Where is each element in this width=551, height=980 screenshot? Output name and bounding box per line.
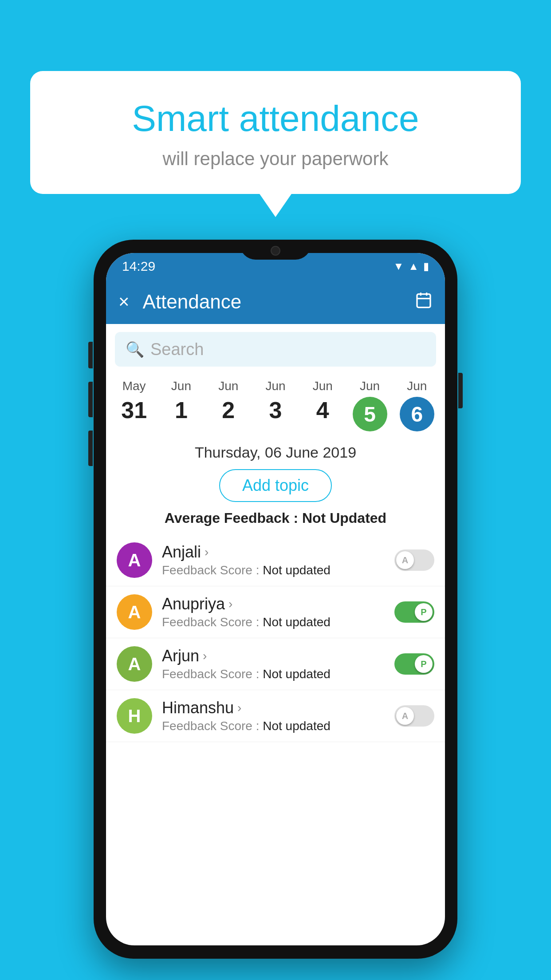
- date-item-1[interactable]: Jun1: [157, 375, 205, 436]
- student-item-1[interactable]: AAnupriya ›Feedback Score : Not updatedP: [106, 586, 445, 638]
- attendance-toggle-0[interactable]: A: [394, 549, 434, 571]
- date-day-0: 31: [121, 397, 147, 423]
- speech-bubble-container: Smart attendance will replace your paper…: [30, 71, 521, 194]
- student-list: AAnjali ›Feedback Score : Not updatedAAA…: [106, 534, 445, 945]
- toggle-knob-0: A: [396, 551, 414, 569]
- chevron-icon: ›: [205, 545, 209, 559]
- date-day-4: 4: [316, 397, 329, 423]
- student-item-0[interactable]: AAnjali ›Feedback Score : Not updatedA: [106, 534, 445, 586]
- student-info-0: Anjali ›Feedback Score : Not updated: [162, 543, 394, 577]
- avg-feedback-value: Not Updated: [302, 510, 386, 526]
- student-avatar-0: A: [117, 542, 152, 578]
- avg-feedback: Average Feedback : Not Updated: [106, 510, 445, 526]
- phone-notch: [240, 240, 311, 260]
- date-day-6: 6: [400, 397, 434, 431]
- search-bar[interactable]: 🔍 Search: [115, 332, 436, 367]
- toggle-knob-3: A: [396, 707, 414, 725]
- date-month-5: Jun: [360, 379, 380, 393]
- date-item-2[interactable]: Jun2: [205, 375, 252, 436]
- wifi-icon: ▼: [393, 260, 404, 273]
- date-item-6[interactable]: Jun6: [394, 375, 441, 436]
- svg-rect-0: [417, 294, 430, 307]
- signal-icon: ▲: [408, 260, 419, 273]
- student-avatar-3: H: [117, 698, 152, 734]
- toolbar-title: Attendance: [143, 291, 415, 313]
- date-month-2: Jun: [218, 379, 238, 393]
- date-month-1: Jun: [171, 379, 191, 393]
- toggle-knob-1: P: [415, 603, 433, 621]
- status-time: 14:29: [122, 259, 155, 274]
- add-topic-button[interactable]: Add topic: [219, 469, 332, 502]
- attendance-toggle-3[interactable]: A: [394, 705, 434, 727]
- bubble-subtitle: will replace your paperwork: [52, 148, 499, 170]
- avg-feedback-label: Average Feedback :: [165, 510, 298, 526]
- date-item-4[interactable]: Jun4: [299, 375, 346, 436]
- status-icons: ▼ ▲ ▮: [393, 260, 429, 273]
- phone-btn-left2: [88, 382, 93, 417]
- search-placeholder: Search: [150, 340, 204, 359]
- phone-btn-right: [458, 373, 463, 408]
- date-month-6: Jun: [407, 379, 427, 393]
- student-item-2[interactable]: AArjun ›Feedback Score : Not updatedP: [106, 638, 445, 690]
- app-toolbar: × Attendance: [106, 280, 445, 324]
- phone-btn-left3: [88, 431, 93, 466]
- toggle-container-0[interactable]: A: [394, 549, 434, 571]
- toggle-container-1[interactable]: P: [394, 601, 434, 623]
- date-month-4: Jun: [313, 379, 333, 393]
- attendance-toggle-2[interactable]: P: [394, 653, 434, 675]
- date-month-0: May: [122, 379, 146, 393]
- chevron-icon: ›: [228, 597, 232, 611]
- date-day-5: 5: [353, 397, 387, 431]
- bubble-title: Smart attendance: [52, 98, 499, 139]
- date-strip: May31Jun1Jun2Jun3Jun4Jun5Jun6: [106, 375, 445, 436]
- phone-camera: [271, 246, 280, 256]
- speech-bubble: Smart attendance will replace your paper…: [30, 71, 521, 194]
- chevron-icon: ›: [237, 701, 241, 715]
- student-feedback-3: Feedback Score : Not updated: [162, 719, 394, 733]
- student-item-3[interactable]: HHimanshu ›Feedback Score : Not updatedA: [106, 690, 445, 742]
- student-name-3: Himanshu ›: [162, 699, 394, 717]
- selected-date-label: Thursday, 06 June 2019: [106, 444, 445, 461]
- phone-frame: 14:29 ▼ ▲ ▮ × Attendance: [94, 240, 457, 959]
- date-day-2: 2: [222, 397, 235, 423]
- search-icon: 🔍: [126, 340, 144, 358]
- toggle-knob-2: P: [415, 655, 433, 673]
- student-avatar-1: A: [117, 594, 152, 630]
- close-button[interactable]: ×: [118, 291, 130, 312]
- attendance-toggle-1[interactable]: P: [394, 601, 434, 623]
- date-item-0[interactable]: May31: [110, 375, 157, 436]
- student-feedback-0: Feedback Score : Not updated: [162, 563, 394, 577]
- calendar-icon[interactable]: [415, 291, 433, 313]
- phone-wrapper: 14:29 ▼ ▲ ▮ × Attendance: [94, 240, 457, 959]
- student-avatar-2: A: [117, 646, 152, 682]
- battery-icon: ▮: [423, 260, 429, 273]
- student-feedback-2: Feedback Score : Not updated: [162, 667, 394, 681]
- date-month-3: Jun: [265, 379, 285, 393]
- date-day-3: 3: [269, 397, 282, 423]
- date-item-5[interactable]: Jun5: [346, 375, 393, 436]
- toggle-container-2[interactable]: P: [394, 653, 434, 675]
- student-info-1: Anupriya ›Feedback Score : Not updated: [162, 595, 394, 629]
- date-day-1: 1: [175, 397, 188, 423]
- student-name-0: Anjali ›: [162, 543, 394, 561]
- student-name-2: Arjun ›: [162, 647, 394, 665]
- date-item-3[interactable]: Jun3: [252, 375, 299, 436]
- toggle-container-3[interactable]: A: [394, 705, 434, 727]
- student-info-2: Arjun ›Feedback Score : Not updated: [162, 647, 394, 681]
- chevron-icon: ›: [203, 649, 207, 663]
- phone-screen: 14:29 ▼ ▲ ▮ × Attendance: [106, 253, 445, 945]
- phone-btn-left1: [88, 342, 93, 368]
- student-feedback-1: Feedback Score : Not updated: [162, 615, 394, 629]
- student-name-1: Anupriya ›: [162, 595, 394, 613]
- student-info-3: Himanshu ›Feedback Score : Not updated: [162, 699, 394, 733]
